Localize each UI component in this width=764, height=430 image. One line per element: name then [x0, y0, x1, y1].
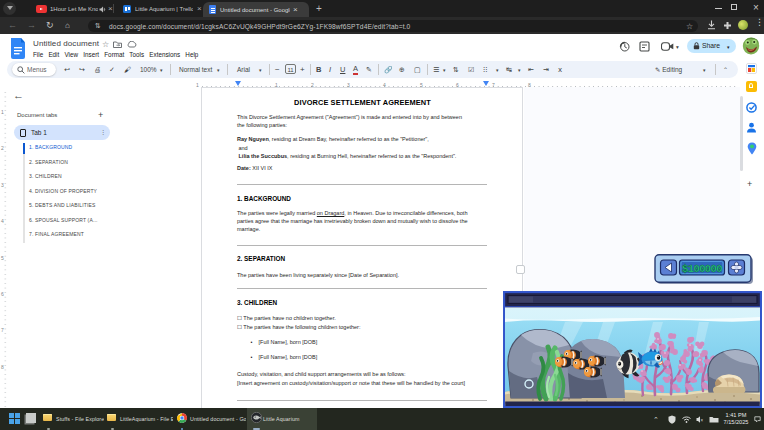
svg-text:7: 7	[1, 327, 4, 333]
svg-text:$100000: $100000	[682, 263, 722, 275]
svg-text:4: 4	[1, 218, 4, 224]
svg-text:1: 1	[196, 82, 199, 88]
svg-text:1: 1	[1, 109, 4, 115]
svg-text:5: 5	[1, 255, 4, 261]
svg-text:×: ×	[701, 418, 704, 423]
svg-text:2: 2	[1, 145, 4, 151]
svg-text:8: 8	[1, 364, 4, 370]
svg-text:3: 3	[1, 182, 4, 188]
svg-text:6: 6	[1, 291, 4, 297]
